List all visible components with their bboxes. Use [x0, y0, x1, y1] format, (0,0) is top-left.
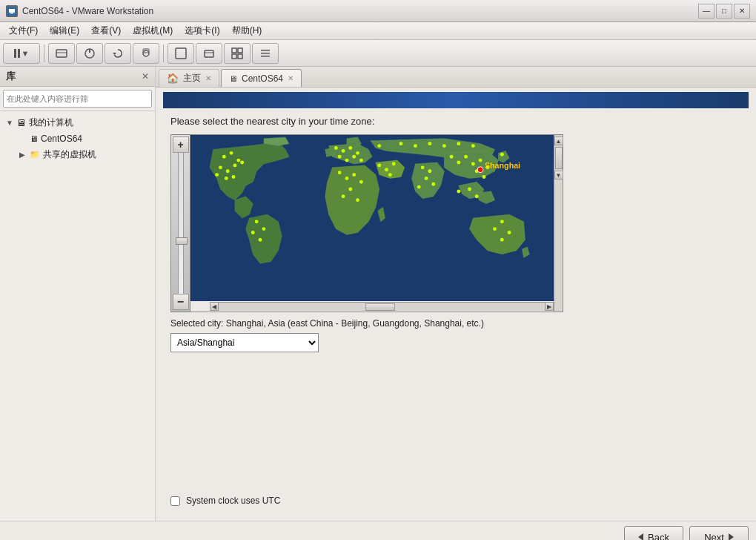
title-bar-left: CentOS64 - VMware Workstation: [6, 5, 153, 17]
svg-point-69: [493, 227, 497, 231]
wizard-body: Please select the nearest city in your t…: [156, 108, 756, 521]
menu-bar: 文件(F) 编辑(E) 查看(V) 虚拟机(M) 选项卡(I) 帮助(H): [0, 22, 756, 40]
zoom-out-button[interactable]: −: [173, 294, 189, 310]
next-label: Next: [704, 532, 724, 541]
svg-point-62: [471, 162, 475, 166]
scroll-up-button[interactable]: ▲: [554, 136, 563, 145]
scroll-down-button[interactable]: ▼: [554, 171, 563, 180]
tab-home[interactable]: 🏠 主页 ✕: [159, 69, 219, 87]
svg-rect-11: [205, 50, 213, 57]
search-input[interactable]: [3, 90, 152, 108]
reset-button[interactable]: [105, 43, 131, 64]
menu-edit[interactable]: 编辑(E): [44, 23, 85, 39]
tab-centos64-close[interactable]: ✕: [288, 74, 294, 82]
svg-point-26: [233, 163, 237, 167]
toolbar: ▼: [0, 40, 756, 67]
close-button[interactable]: ✕: [734, 4, 750, 19]
svg-point-51: [385, 168, 388, 171]
utc-checkbox[interactable]: [170, 496, 180, 506]
vm-icon: 🖥: [30, 134, 38, 143]
map-zoom-controls: + −: [171, 135, 190, 312]
zoom-slider-track[interactable]: [178, 153, 184, 294]
svg-point-8: [143, 50, 149, 56]
scroll-left-button[interactable]: ◀: [210, 302, 219, 311]
utc-label[interactable]: System clock uses UTC: [186, 495, 280, 506]
minimize-button[interactable]: —: [698, 4, 714, 19]
svg-point-40: [345, 159, 348, 162]
svg-point-37: [348, 146, 352, 150]
main-container: 库 ✕ ▼ 🖥 我的计算机 🖥 CentOS64 ▶ 📁 共享的虚拟机: [0, 67, 756, 521]
tab-home-close[interactable]: ✕: [205, 74, 211, 82]
svg-point-54: [421, 165, 425, 169]
send-ctrl-alt-del-button[interactable]: [48, 43, 75, 64]
world-map-svg[interactable]: Shanghai: [190, 135, 554, 301]
zoom-in-button[interactable]: +: [173, 136, 189, 153]
tree-label-my-computer: 我的计算机: [29, 116, 73, 129]
svg-point-36: [342, 149, 345, 153]
maximize-button[interactable]: □: [716, 4, 732, 19]
sidebar-item-my-computer[interactable]: ▼ 🖥 我的计算机: [0, 114, 155, 131]
map-container[interactable]: + −: [170, 134, 563, 312]
svg-point-31: [255, 220, 259, 223]
scrollbar-thumb-h[interactable]: [365, 303, 395, 311]
menu-file[interactable]: 文件(F): [3, 23, 44, 39]
svg-point-77: [414, 144, 417, 148]
svg-point-60: [457, 161, 460, 165]
tree-label-shared-vms: 共享的虚拟机: [43, 148, 96, 161]
scroll-right-button[interactable]: ▶: [545, 302, 554, 311]
fullscreen-button[interactable]: [168, 43, 194, 64]
menu-help[interactable]: 帮助(H): [226, 23, 268, 39]
svg-point-35: [334, 146, 338, 150]
menu-view[interactable]: 查看(V): [85, 23, 127, 39]
sidebar-item-centos64[interactable]: 🖥 CentOS64: [0, 131, 155, 146]
svg-point-50: [377, 163, 381, 167]
svg-point-57: [431, 182, 435, 186]
svg-point-81: [471, 144, 475, 148]
svg-point-63: [479, 159, 483, 162]
map-viewport-container: Shanghai ◀ ▶: [190, 135, 554, 312]
svg-point-52: [392, 162, 396, 166]
svg-rect-1: [9, 9, 15, 13]
svg-rect-13: [232, 48, 236, 53]
svg-point-29: [225, 177, 228, 180]
window-controls[interactable]: — □ ✕: [698, 4, 750, 19]
timezone-select[interactable]: Asia/Shanghai America/New_York Europe/Lo…: [170, 333, 319, 352]
menu-tabs[interactable]: 选项卡(I): [179, 23, 225, 39]
window-title: CentOS64 - VMware Workstation: [22, 6, 153, 16]
preferences-button[interactable]: [252, 43, 279, 64]
toolbar-sep-1: [44, 45, 44, 62]
app-icon: [6, 5, 18, 17]
svg-point-56: [425, 177, 428, 180]
back-label: Back: [648, 532, 669, 541]
tab-centos64[interactable]: 🖥 CentOS64 ✕: [221, 69, 302, 87]
snapshot-button[interactable]: [133, 43, 159, 64]
svg-point-34: [259, 238, 262, 242]
pause-button[interactable]: ▼: [3, 43, 40, 64]
svg-point-76: [399, 142, 403, 145]
fit-window-button[interactable]: [196, 43, 222, 64]
svg-point-75: [377, 144, 381, 148]
menu-vm[interactable]: 虚拟机(M): [127, 23, 179, 39]
unity-button[interactable]: [224, 43, 251, 64]
sidebar-item-shared-vms[interactable]: ▶ 📁 共享的虚拟机: [0, 146, 155, 163]
sidebar: 库 ✕ ▼ 🖥 我的计算机 🖥 CentOS64 ▶ 📁 共享的虚拟机: [0, 67, 156, 521]
next-button[interactable]: Next: [689, 526, 749, 540]
svg-point-68: [500, 220, 504, 223]
svg-point-38: [356, 151, 359, 155]
svg-rect-16: [238, 54, 242, 59]
back-button[interactable]: Back: [624, 526, 683, 540]
svg-point-48: [342, 194, 345, 198]
scrollbar-thumb-v[interactable]: [555, 147, 563, 169]
svg-point-28: [215, 173, 219, 177]
svg-point-53: [388, 173, 392, 177]
svg-point-71: [500, 238, 504, 242]
map-viewport[interactable]: Shanghai: [190, 135, 554, 301]
map-scrollbar-h[interactable]: [219, 302, 545, 311]
map-scrollbar-v: ▲ ▼: [554, 135, 563, 312]
power-button[interactable]: [76, 43, 103, 64]
svg-point-80: [457, 142, 460, 145]
zoom-slider-thumb[interactable]: [176, 237, 188, 245]
svg-point-42: [359, 159, 363, 162]
svg-point-67: [500, 153, 504, 157]
sidebar-close-button[interactable]: ✕: [142, 71, 149, 82]
